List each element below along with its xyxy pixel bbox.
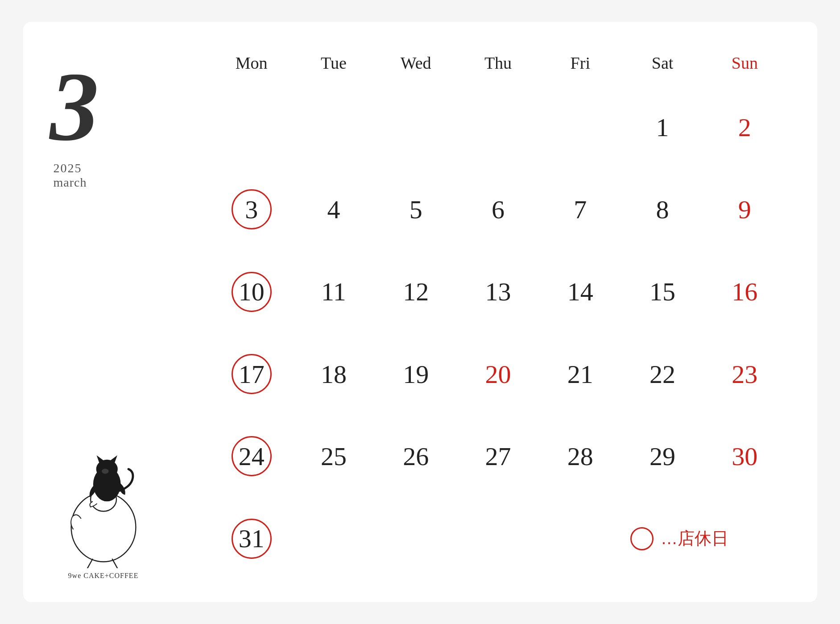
day-cell-9: 9 (703, 168, 786, 250)
day-cell-26: 26 (375, 415, 457, 497)
svg-point-14 (102, 469, 108, 474)
day-cell-empty (293, 498, 375, 580)
legend-cell: …店休日 (621, 498, 786, 580)
day-headers: Mon Tue Wed Thu Fri Sat Sun (211, 49, 786, 77)
svg-line-2 (86, 559, 92, 568)
day-cell-22: 22 (621, 333, 703, 415)
day-cell-25: 25 (293, 415, 375, 497)
day-cell-23: 23 (703, 333, 786, 415)
bird-illustration (54, 443, 153, 568)
day-cell-12: 12 (375, 251, 457, 333)
day-cell-24: 24 (211, 415, 293, 497)
day-cell-5: 5 (375, 168, 457, 250)
day-cell-2: 2 (703, 86, 786, 168)
day-cell-empty (457, 86, 539, 168)
day-cell-27: 27 (457, 415, 539, 497)
day-cell-30: 30 (703, 415, 786, 497)
year-label: 2025 (54, 161, 87, 175)
day-cell-empty (375, 498, 457, 580)
day-cell-empty (539, 86, 621, 168)
day-cell-8: 8 (621, 168, 703, 250)
day-cell-13: 13 (457, 251, 539, 333)
day-cell-6: 6 (457, 168, 539, 250)
day-cell-7: 7 (539, 168, 621, 250)
right-panel: Mon Tue Wed Thu Fri Sat Sun 1 2 3 4 (193, 49, 786, 580)
day-cell-empty (293, 86, 375, 168)
calendar-card: 3 2025 march (23, 22, 817, 602)
day-cell-4: 4 (293, 168, 375, 250)
header-mon: Mon (211, 49, 293, 77)
day-cell-15: 15 (621, 251, 703, 333)
day-cell-20: 20 (457, 333, 539, 415)
left-panel: 3 2025 march (50, 49, 193, 580)
calendar-row-2: 3 4 5 6 7 8 9 (211, 168, 786, 250)
header-thu: Thu (457, 49, 539, 77)
day-cell-empty (457, 498, 539, 580)
day-cell-empty (539, 498, 621, 580)
header-fri: Fri (539, 49, 621, 77)
calendar-body: 1 2 3 4 5 6 7 8 9 10 11 12 13 14 15 16 (211, 86, 786, 580)
day-cell-3: 3 (211, 168, 293, 250)
day-cell-14: 14 (539, 251, 621, 333)
year-month-label: 2025 march (54, 161, 87, 190)
day-cell-16: 16 (703, 251, 786, 333)
day-cell-18: 18 (293, 333, 375, 415)
day-cell-21: 21 (539, 333, 621, 415)
legend-circle-icon (630, 527, 654, 550)
day-cell-17: 17 (211, 333, 293, 415)
day-cell-empty (375, 86, 457, 168)
header-sun: Sun (703, 49, 786, 77)
day-cell-29: 29 (621, 415, 703, 497)
calendar-row-6: 31 …店休日 (211, 498, 786, 580)
month-number: 3 (50, 58, 99, 156)
calendar-row-1: 1 2 (211, 86, 786, 168)
header-wed: Wed (375, 49, 457, 77)
day-cell-19: 19 (375, 333, 457, 415)
svg-line-6 (112, 559, 118, 568)
illustration-area: 9we CAKE+COFFEE (54, 443, 153, 580)
header-tue: Tue (293, 49, 375, 77)
day-cell-11: 11 (293, 251, 375, 333)
calendar-row-4: 17 18 19 20 21 22 23 (211, 333, 786, 415)
day-cell-1: 1 (621, 86, 703, 168)
day-cell-28: 28 (539, 415, 621, 497)
day-cell-empty (211, 86, 293, 168)
day-cell-10: 10 (211, 251, 293, 333)
calendar-row-3: 10 11 12 13 14 15 16 (211, 251, 786, 333)
month-name-label: march (54, 175, 87, 190)
legend-text: …店休日 (661, 527, 728, 550)
day-cell-31: 31 (211, 498, 293, 580)
header-sat: Sat (621, 49, 703, 77)
brand-label: 9we CAKE+COFFEE (68, 572, 139, 580)
calendar-row-5: 24 25 26 27 28 29 30 (211, 415, 786, 497)
